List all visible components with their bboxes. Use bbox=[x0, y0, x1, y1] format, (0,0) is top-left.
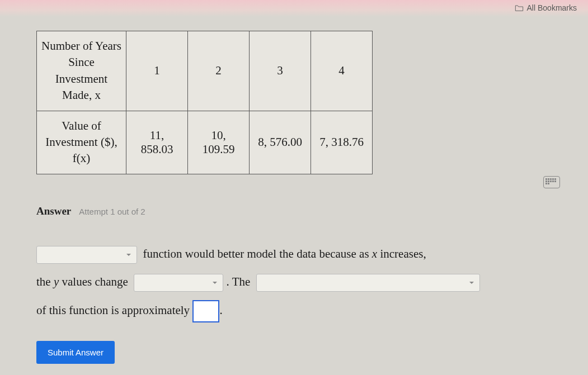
table-cell: 1 bbox=[126, 31, 188, 111]
all-bookmarks-label: All Bookmarks bbox=[527, 3, 577, 12]
sentence-text: . bbox=[219, 303, 222, 317]
table-cell: 7, 318.76 bbox=[311, 111, 373, 174]
folder-icon bbox=[515, 4, 524, 12]
dropdown-function-type[interactable] bbox=[36, 246, 137, 264]
table-row: Value of Investment ($), f(x) 11, 858.03… bbox=[37, 111, 373, 174]
row-header-value: Value of Investment ($), f(x) bbox=[37, 111, 126, 174]
sentence-text: values change bbox=[62, 275, 128, 288]
sentence-text: of this function is approximately bbox=[36, 303, 190, 317]
chevron-down-icon bbox=[211, 279, 218, 286]
submit-answer-button[interactable]: Submit Answer bbox=[36, 341, 115, 364]
answer-section: Answer Attempt 1 out of 2 function would… bbox=[36, 205, 582, 364]
main-content: Number of Years Since Investment Made, x… bbox=[36, 31, 582, 364]
answer-header: Answer Attempt 1 out of 2 bbox=[36, 205, 582, 217]
dropdown-property[interactable] bbox=[256, 274, 480, 292]
keyboard-icon[interactable] bbox=[543, 176, 560, 188]
attempt-label: Attempt 1 out of 2 bbox=[79, 207, 145, 216]
answer-label: Answer bbox=[36, 205, 71, 217]
sentence-text: the bbox=[36, 275, 51, 288]
all-bookmarks-button[interactable]: All Bookmarks bbox=[515, 3, 577, 12]
table-cell: 11, 858.03 bbox=[126, 111, 188, 174]
table-row: Number of Years Since Investment Made, x… bbox=[37, 31, 373, 111]
top-bar-gradient bbox=[0, 0, 588, 17]
sentence-text: . The bbox=[227, 275, 251, 288]
chevron-down-icon bbox=[125, 251, 132, 258]
table-cell: 4 bbox=[311, 31, 373, 111]
sentence-text: function would better model the data bec… bbox=[143, 247, 369, 260]
table-cell: 3 bbox=[250, 31, 311, 111]
variable-y: y bbox=[54, 275, 59, 288]
table-cell: 2 bbox=[188, 31, 250, 111]
row-header-years: Number of Years Since Investment Made, x bbox=[37, 31, 126, 111]
chevron-down-icon bbox=[468, 279, 475, 286]
fill-in-sentence: function would better model the data bec… bbox=[36, 240, 582, 324]
data-table: Number of Years Since Investment Made, x… bbox=[36, 31, 373, 174]
sentence-text: increases, bbox=[380, 247, 426, 260]
table-cell: 8, 576.00 bbox=[250, 111, 311, 174]
numeric-input[interactable] bbox=[192, 300, 219, 322]
dropdown-change-type[interactable] bbox=[134, 274, 223, 292]
variable-x: x bbox=[372, 247, 377, 260]
table-cell: 10, 109.59 bbox=[188, 111, 250, 174]
